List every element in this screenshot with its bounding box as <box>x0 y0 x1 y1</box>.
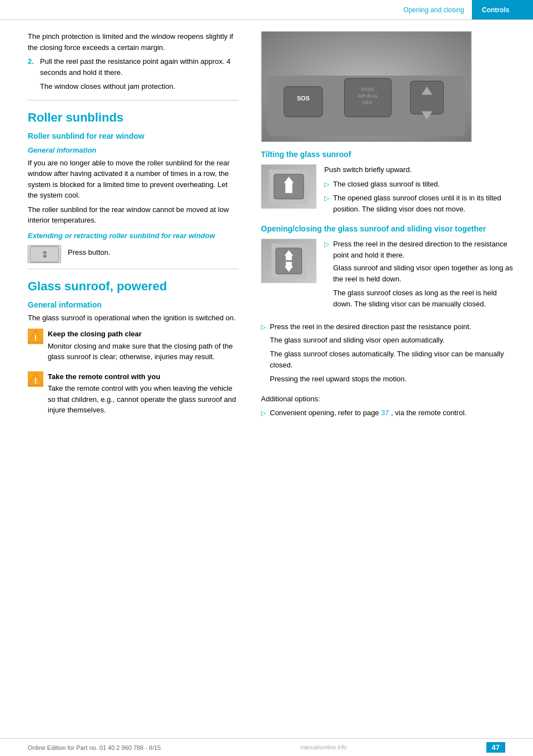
header-controls: Controls <box>472 0 533 19</box>
button-svg: ⇕ <box>29 246 59 263</box>
car-interior-image: SOS PASS AIR BAG OFF <box>261 31 472 142</box>
oc-bullet-1: ▷ Press the reel in the desired directio… <box>324 239 516 313</box>
oc-bullet-text-2: Press the reel in the desired direction … <box>270 322 471 331</box>
additional-options: Additional options: <box>261 394 516 405</box>
general-info-title: General information <box>28 146 239 154</box>
warning-title-1: Keep the closing path clear <box>48 329 239 340</box>
general-info-text2: The roller sunblind for the rear window … <box>28 204 239 226</box>
bullet-arrow-3: ▷ <box>324 239 333 249</box>
additional-text-before: Convenient opening, refer to page <box>270 409 379 417</box>
page-header: Opening and closing Controls <box>0 0 533 20</box>
pinch-text-1: The pinch protection is limited and the … <box>28 31 239 53</box>
warning-box-1: ! Keep the closing path clear Monitor cl… <box>28 329 239 366</box>
divider-1 <box>28 100 239 100</box>
svg-rect-24 <box>286 256 292 260</box>
step-2-number: 2. <box>28 56 40 95</box>
opening-closing-image <box>261 239 316 283</box>
warning-text-1: Keep the closing path clear Monitor clos… <box>48 329 239 366</box>
glass-sunroof-title: Glass sunroof, powered <box>28 279 239 294</box>
warning-icon-1: ! <box>28 329 43 344</box>
svg-text:!: ! <box>34 334 37 342</box>
step-2-item: 2. Pull the reel past the resistance poi… <box>28 56 239 95</box>
car-interior-svg: SOS PASS AIR BAG OFF <box>262 32 471 142</box>
tilting-bullet-2: ▷ The opened glass sunroof closes until … <box>324 193 516 214</box>
additional-bullet-text-1: Convenient opening, refer to page 37 , v… <box>270 407 516 419</box>
svg-text:SOS: SOS <box>297 95 310 102</box>
roller-sunblinds-title: Roller sunblinds <box>28 110 239 125</box>
warning-title-2: Take the remote control with you <box>48 371 239 382</box>
roller-rear-title: Roller sunblind for rear window <box>28 132 239 140</box>
svg-rect-14 <box>410 81 443 114</box>
bullet-arrow-1: ▷ <box>324 179 333 189</box>
svg-text:PASS: PASS <box>361 87 374 92</box>
divider-2 <box>28 269 239 269</box>
bullet-arrow-4: ▷ <box>261 322 270 332</box>
svg-text:OFF: OFF <box>363 100 373 105</box>
glass-general-text: The glass sunroof is operational when th… <box>28 313 239 324</box>
glass-general-title: General information <box>28 300 239 309</box>
opening-closing-svg <box>267 244 310 278</box>
opening-closing-title: Opening/closing the glass sunroof and sl… <box>261 224 516 233</box>
header-opening-closing: Opening and closing <box>396 6 472 14</box>
svg-text:!: ! <box>34 376 37 385</box>
oc-bullet-2-content: Press the reel in the desired direction … <box>270 321 516 388</box>
step2-text1: Pull the reel past the resistance point … <box>40 56 239 78</box>
svg-rect-8 <box>284 87 323 117</box>
warning-triangle-1: ! <box>28 329 43 344</box>
left-column: The pinch protection is limited and the … <box>0 26 255 430</box>
oc-bullet-2: ▷ Press the reel in the desired directio… <box>261 321 516 388</box>
svg-text:AIR BAG: AIR BAG <box>358 93 378 99</box>
warning-text-2: Take the remote control with you Take th… <box>48 371 239 419</box>
warning-body-1: Monitor closing and make sure that the c… <box>48 341 239 362</box>
footer-text: Online Edition for Part no. 01 40 2 960 … <box>28 744 161 751</box>
right-column: SOS PASS AIR BAG OFF Tilting the glass s… <box>255 26 533 430</box>
warning-body-2: Take the remote control with you when le… <box>48 383 239 416</box>
press-button-label: Press button. <box>68 247 110 258</box>
svg-rect-20 <box>285 183 292 193</box>
oc-bullet-2b: The glass sunroof and sliding visor open… <box>270 335 516 346</box>
step2-text2: The window closes without jam protection… <box>40 81 239 92</box>
main-content: The pinch protection is limited and the … <box>0 20 533 436</box>
bullet-arrow-2: ▷ <box>324 193 333 203</box>
button-image: ⇕ <box>28 245 61 263</box>
oc-bullet-1-content: Press the reel in the desired direction … <box>333 239 516 313</box>
opening-closing-text-block: ▷ Press the reel in the desired directio… <box>324 239 516 316</box>
opening-closing-section: ▷ Press the reel in the desired directio… <box>261 239 516 316</box>
additional-bullet-1: ▷ Convenient opening, refer to page 37 ,… <box>261 407 516 419</box>
tilting-bullet-text-2: The opened glass sunroof closes until it… <box>333 193 516 214</box>
oc-bullet-text-1: Press the reel in the desired direction … <box>333 240 507 259</box>
oc-bullet-2c: The glass sunroof closes automatically. … <box>270 349 516 370</box>
tilting-push-text: Push switch briefly upward. <box>324 164 516 175</box>
step-2-text: Pull the reel past the resistance point … <box>40 56 239 95</box>
tilting-bullet-1: ▷ The closed glass sunroof is tilted. <box>324 179 516 190</box>
footer-site: manualsonline.info <box>300 744 346 750</box>
warning-icon-2: ! <box>28 371 43 387</box>
tilting-image <box>261 164 316 209</box>
svg-text:⇕: ⇕ <box>41 250 48 259</box>
additional-text-after: , via the remote control. <box>391 409 466 417</box>
tilting-section: Push switch briefly upward. ▷ The closed… <box>261 164 516 218</box>
warning-triangle-2: ! <box>28 371 43 387</box>
tilting-title: Tilting the glass sunroof <box>261 150 516 159</box>
oc-bullet-2d: Pressing the reel upward stops the motio… <box>270 374 516 385</box>
bullet-arrow-5: ▷ <box>261 408 270 418</box>
page-number: 47 <box>486 742 505 753</box>
press-button-row: ⇕ Press button. <box>28 245 239 263</box>
svg-rect-26 <box>286 262 292 266</box>
tilting-svg <box>267 169 310 204</box>
oc-bullet-1c: The glass sunroof closes as long as the … <box>333 288 516 309</box>
tilting-text-block: Push switch briefly upward. ▷ The closed… <box>324 164 516 218</box>
warning-box-2: ! Take the remote control with you Take … <box>28 371 239 419</box>
page-footer: Online Edition for Part no. 01 40 2 960 … <box>0 738 533 756</box>
tilting-bullet-text-1: The closed glass sunroof is tilted. <box>333 179 516 190</box>
extending-title: Extending or retracting roller sunblind … <box>28 231 239 240</box>
car-interior-image-block: SOS PASS AIR BAG OFF <box>261 31 516 142</box>
page-link[interactable]: 37 <box>381 409 389 417</box>
oc-bullet-1b: Glass sunroof and sliding visor open tog… <box>333 263 516 284</box>
general-info-text1: If you are no longer able to move the ro… <box>28 158 239 201</box>
